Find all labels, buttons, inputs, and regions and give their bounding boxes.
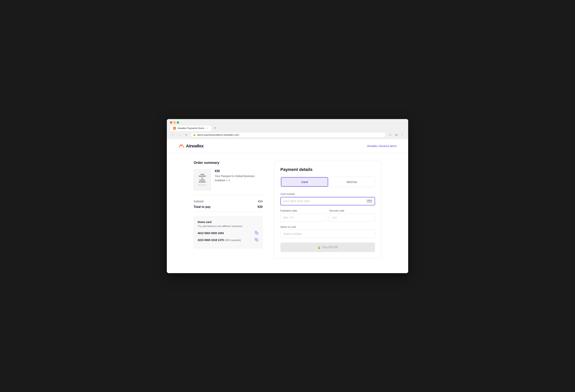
demo-card-num-text-2: 2223 0000 1018 1375 (3DS required) [198, 238, 241, 242]
product-image-text: YOURPASSPORTTOGLOBALBUSINESS [199, 174, 206, 183]
item-name: Your Passport to Global Business [215, 174, 263, 178]
subtotal-value: ¥20 [258, 200, 263, 203]
toolbar-actions: ☆ ⊙ ⋮ [387, 132, 405, 138]
lock-pay-icon: 🔒 [318, 246, 321, 249]
logo-text: Airwallex [186, 143, 204, 149]
card-number-wrapper [280, 197, 375, 205]
bookmark-button[interactable]: ☆ [387, 132, 393, 138]
demo-card-suffix: (3DS required) [224, 239, 241, 242]
demo-card-title: Demo card [198, 221, 259, 224]
total-label: Total to pay [194, 205, 211, 209]
payment-panel: Payment details Card WeChat Card number [274, 161, 381, 258]
expiry-group: Expiration date [280, 209, 326, 222]
demo-card-desc: Try card below to see different scenario… [198, 225, 259, 228]
site-header: Airwallex Airwallex checkout demo [167, 139, 408, 153]
item-price: ¥20 [215, 169, 263, 173]
svg-rect-1 [256, 239, 258, 241]
browser-toolbar: ‹ › ↻ 🔒 demo-pacheckoutdemo.airwallex.co… [167, 131, 408, 139]
order-item-details: ¥20 Your Passport to Global Business Inv… [215, 169, 263, 190]
tab-wechat[interactable]: WeChat [329, 177, 375, 187]
security-label: Security code [329, 209, 375, 212]
product-image-lines [198, 184, 206, 186]
tab-title: Airwallex Payments Demo [177, 127, 204, 130]
browser-window: Airwallex Payments Demo × + ‹ › ↻ 🔒 demo… [167, 119, 408, 273]
name-group: Name on card [280, 226, 375, 238]
expiry-input[interactable] [280, 214, 326, 222]
expiry-security-row: Expiration date Security code [280, 209, 375, 226]
new-tab-button[interactable]: + [213, 125, 218, 131]
product-image: YOURPASSPORTTOGLOBALBUSINESS [194, 169, 211, 190]
svg-rect-0 [256, 232, 258, 234]
copy-button-2[interactable] [254, 237, 259, 243]
active-tab[interactable]: Airwallex Payments Demo × [170, 125, 212, 131]
subtotal-row: Subtotal ¥20 [194, 200, 263, 203]
card-icon-stripe [368, 201, 371, 201]
browser-titlebar [167, 119, 408, 125]
order-summary-title: Order summary [194, 161, 263, 165]
close-button[interactable] [170, 121, 172, 124]
minimize-button[interactable] [173, 121, 176, 124]
page-content: Airwallex Airwallex checkout demo Order … [167, 139, 408, 273]
payment-title: Payment details [280, 167, 375, 172]
card-number-group: Card number [280, 193, 375, 205]
item-qty: Invitation × 1 [215, 179, 263, 182]
order-totals: Subtotal ¥20 Total to pay ¥20 [194, 200, 263, 212]
account-button[interactable]: ⊙ [394, 132, 399, 138]
browser-chrome: Airwallex Payments Demo × + ‹ › ↻ 🔒 demo… [167, 119, 408, 139]
lock-icon: 🔒 [193, 134, 196, 136]
pay-button-label: Pay ¥20.00 [322, 246, 338, 249]
maximize-button[interactable] [177, 121, 179, 124]
demo-card-box: Demo card Try card below to see differen… [194, 216, 263, 249]
expiry-label: Expiration date [280, 209, 326, 212]
security-input[interactable] [329, 214, 375, 222]
address-bar[interactable]: 🔒 demo-pacheckoutdemo.airwallex.com [191, 132, 386, 138]
name-input[interactable] [280, 230, 375, 238]
tab-favicon [173, 127, 176, 130]
total-value: ¥20 [257, 205, 263, 209]
tab-close-button[interactable]: × [206, 127, 208, 130]
total-row: Total to pay ¥20 [194, 205, 263, 209]
security-group: Security code [329, 209, 375, 222]
order-item: YOURPASSPORTTOGLOBALBUSINESS ¥20 Your Pa… [194, 169, 263, 195]
order-summary: Order summary YOURPASSPORTTOGLOBALBUSINE… [194, 161, 263, 258]
tab-card[interactable]: Card [281, 177, 328, 187]
back-button[interactable]: ‹ [170, 132, 175, 138]
header-link[interactable]: Airwallex checkout demo [367, 144, 397, 148]
card-number-label: Card number [280, 193, 375, 195]
forward-button[interactable]: › [177, 132, 182, 138]
subtotal-label: Subtotal [194, 200, 203, 203]
traffic-lights [170, 121, 179, 124]
card-type-icon [366, 199, 373, 204]
demo-card-number-2: 2223 0000 1018 1375 (3DS required) [198, 237, 259, 243]
tab-bar: Airwallex Payments Demo × + [167, 125, 408, 131]
url-text: demo-pacheckoutdemo.airwallex.com [197, 133, 239, 136]
payment-tabs: Card WeChat [280, 177, 375, 187]
menu-button[interactable]: ⋮ [400, 132, 405, 138]
logo: Airwallex [178, 143, 204, 149]
logo-icon [178, 143, 185, 149]
main-layout: Order summary YOURPASSPORTTOGLOBALBUSINE… [182, 153, 393, 266]
card-icon-inner [367, 200, 372, 203]
reload-button[interactable]: ↻ [184, 132, 189, 138]
card-number-input[interactable] [280, 197, 375, 205]
copy-button-1[interactable] [254, 231, 259, 236]
demo-card-num-text-1: 4012 0003 0000 1003 [198, 231, 224, 235]
demo-card-number-1: 4012 0003 0000 1003 [198, 231, 259, 236]
pay-button[interactable]: 🔒 Pay ¥20.00 [280, 243, 375, 252]
name-label: Name on card [280, 226, 375, 228]
